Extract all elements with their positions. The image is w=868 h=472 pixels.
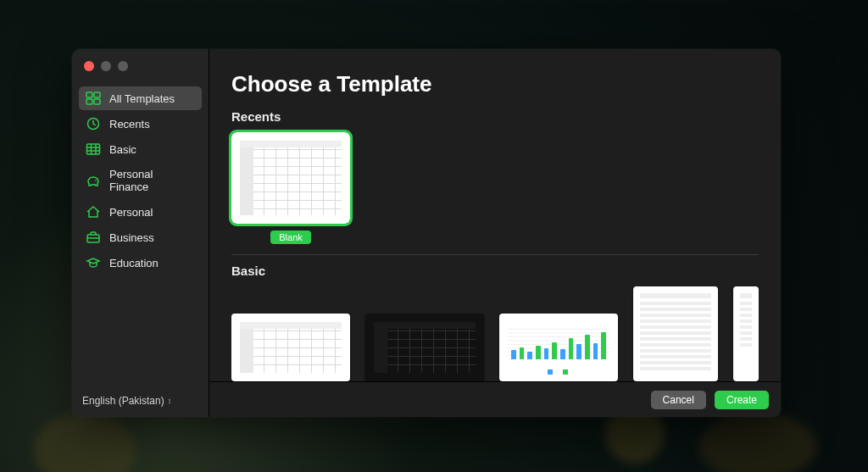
svg-point-6 <box>95 180 97 181</box>
recents-row: Blank <box>231 132 759 244</box>
section-divider <box>231 254 759 255</box>
sidebar-item-education[interactable]: Education <box>79 251 202 275</box>
template-thumbnail <box>733 286 759 381</box>
sidebar-item-basic[interactable]: Basic <box>79 137 202 161</box>
language-picker[interactable]: English (Pakistan) ↕ <box>72 386 209 417</box>
language-label: English (Pakistan) <box>82 395 164 407</box>
sidebar-list: All Templates Recents Basic Personal Fin… <box>72 83 209 386</box>
svg-rect-5 <box>87 144 100 154</box>
template-thumbnail <box>231 314 350 381</box>
template-thumbnail <box>365 314 484 381</box>
cancel-button[interactable]: Cancel <box>651 391 706 409</box>
zoom-window-button[interactable] <box>118 61 128 71</box>
minimize-window-button[interactable] <box>101 61 111 71</box>
sidebar-item-label: Business <box>109 231 154 244</box>
sidebar-item-label: Personal <box>109 206 153 219</box>
main-panel: Choose a Template Recents Blank Basic <box>209 49 781 417</box>
template-thumbnail <box>633 286 718 381</box>
sidebar-item-business[interactable]: Business <box>79 225 202 249</box>
create-button[interactable]: Create <box>715 391 769 409</box>
briefcase-icon <box>86 230 101 244</box>
house-icon <box>86 205 101 219</box>
sidebar-item-personal-finance[interactable]: Personal Finance <box>79 163 202 198</box>
svg-rect-3 <box>94 99 100 104</box>
graduation-icon <box>86 256 101 269</box>
page-title: Choose a Template <box>231 71 759 97</box>
template-basic-blank-black[interactable] <box>365 314 484 381</box>
content-area: Choose a Template Recents Blank Basic <box>209 49 781 381</box>
sidebar-item-label: All Templates <box>109 92 175 105</box>
basic-row <box>231 286 759 381</box>
template-recent-blank[interactable]: Blank <box>231 132 350 244</box>
template-thumbnail <box>499 314 618 381</box>
grid-icon <box>86 92 101 105</box>
svg-rect-0 <box>86 92 92 97</box>
updown-chevron-icon: ↕ <box>168 397 172 405</box>
sidebar-item-personal[interactable]: Personal <box>79 200 202 224</box>
svg-rect-1 <box>94 92 100 97</box>
sidebar-item-recents[interactable]: Recents <box>79 112 202 136</box>
sidebar-item-label: Recents <box>109 118 150 130</box>
svg-rect-2 <box>86 99 92 104</box>
sidebar-item-label: Basic <box>109 143 136 156</box>
template-basic-blank[interactable] <box>231 314 350 381</box>
sidebar-item-label: Personal Finance <box>109 168 195 193</box>
table-icon <box>86 142 101 156</box>
footer-bar: Cancel Create <box>209 381 781 417</box>
template-basic-charting[interactable] <box>499 314 618 381</box>
close-window-button[interactable] <box>84 61 94 71</box>
sidebar: All Templates Recents Basic Personal Fin… <box>72 49 209 417</box>
section-heading-basic: Basic <box>231 264 759 278</box>
template-label: Blank <box>270 230 311 244</box>
clock-icon <box>86 117 101 130</box>
template-thumbnail <box>231 132 350 224</box>
piggybank-icon <box>86 174 101 187</box>
template-basic-partial[interactable] <box>733 286 759 381</box>
template-basic-checklist[interactable] <box>633 286 718 381</box>
sidebar-item-label: Education <box>109 257 159 269</box>
sidebar-item-all-templates[interactable]: All Templates <box>79 86 202 110</box>
window-controls <box>84 61 128 71</box>
template-chooser-window: All Templates Recents Basic Personal Fin… <box>72 49 781 417</box>
section-heading-recents: Recents <box>231 109 759 124</box>
